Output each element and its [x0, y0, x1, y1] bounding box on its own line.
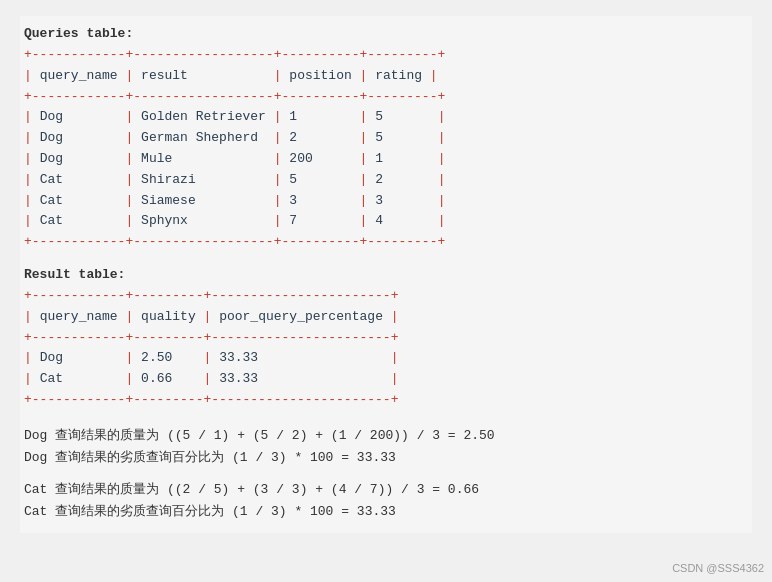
explanation-spacer	[24, 469, 748, 479]
watermark: CSDN @SSS4362	[672, 562, 764, 574]
queries-row-6: | Cat | Sphynx | 7 | 4 |	[24, 213, 445, 228]
queries-row-4: | Cat | Shirazi | 5 | 2 |	[24, 172, 445, 187]
explanation-line-4: Cat 查询结果的劣质查询百分比为 (1 / 3) * 100 = 33.33	[24, 501, 748, 523]
queries-border-bot: +------------+------------------+-------…	[24, 234, 445, 249]
content-area: Queries table: +------------+-----------…	[20, 16, 752, 533]
queries-row-1: | Dog | Golden Retriever | 1 | 5 |	[24, 109, 445, 124]
result-header: | query_name | quality | poor_query_perc…	[24, 309, 399, 324]
queries-header: | query_name | result | position | ratin…	[24, 68, 438, 83]
result-section: Result table: +------------+---------+--…	[24, 267, 748, 411]
queries-section: Queries table: +------------+-----------…	[24, 26, 748, 253]
result-border-top: +------------+---------+----------------…	[24, 288, 398, 303]
explanation-line-3: Cat 查询结果的质量为 ((2 / 5) + (3 / 3) + (4 / 7…	[24, 479, 748, 501]
result-title: Result table:	[24, 267, 748, 282]
result-row-1: | Dog | 2.50 | 33.33 |	[24, 350, 399, 365]
result-border-mid: +------------+---------+----------------…	[24, 330, 398, 345]
explanation-line-2: Dog 查询结果的劣质查询百分比为 (1 / 3) * 100 = 33.33	[24, 447, 748, 469]
queries-title: Queries table:	[24, 26, 748, 41]
result-border-bot: +------------+---------+----------------…	[24, 392, 398, 407]
explanation-line-1: Dog 查询结果的质量为 ((5 / 1) + (5 / 2) + (1 / 2…	[24, 425, 748, 447]
result-row-2: | Cat | 0.66 | 33.33 |	[24, 371, 399, 386]
queries-border-top: +------------+------------------+-------…	[24, 47, 445, 62]
queries-row-2: | Dog | German Shepherd | 2 | 5 |	[24, 130, 445, 145]
queries-table: +------------+------------------+-------…	[24, 45, 748, 253]
queries-border-mid: +------------+------------------+-------…	[24, 89, 445, 104]
queries-row-5: | Cat | Siamese | 3 | 3 |	[24, 193, 445, 208]
queries-row-3: | Dog | Mule | 200 | 1 |	[24, 151, 445, 166]
result-table: +------------+---------+----------------…	[24, 286, 748, 411]
explanation-block: Dog 查询结果的质量为 ((5 / 1) + (5 / 2) + (1 / 2…	[24, 425, 748, 523]
